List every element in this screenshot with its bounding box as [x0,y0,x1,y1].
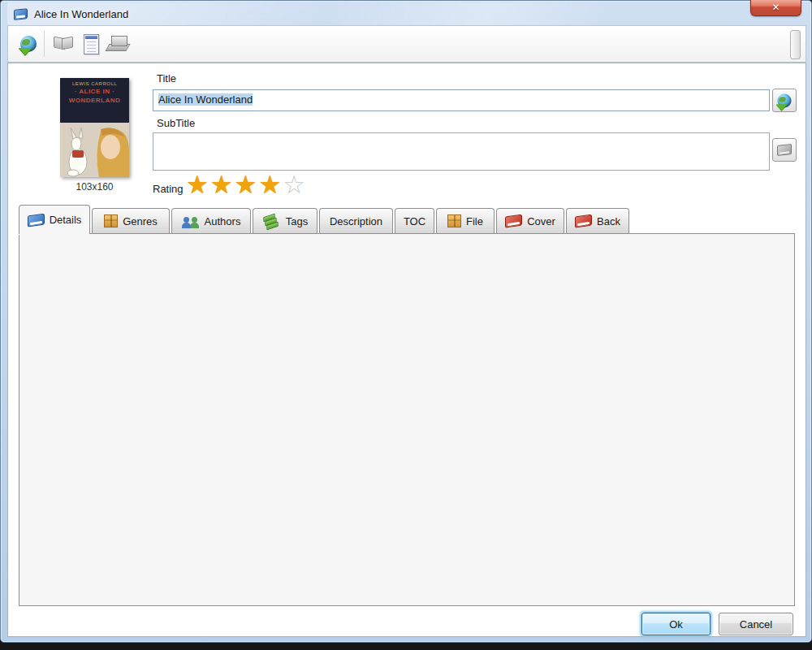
globe-download-icon [778,93,792,107]
desktop: { "window": { "title": "Alice In Wonderl… [0,0,812,650]
tab-label: File [466,215,483,228]
tab-label: Back [597,215,620,228]
ok-button-label: Ok [669,618,683,630]
globe-download-icon [20,36,37,52]
people-icon [182,214,200,228]
star-icon[interactable]: ☆ [283,171,307,199]
title-input-value: Alice In Wonderland [158,93,253,106]
toolbar [7,25,806,63]
cover-illustration [60,123,129,177]
web-update-button[interactable] [15,31,41,57]
tab-label: Authors [205,215,241,228]
red-book-icon [505,214,522,228]
star-icon[interactable]: ★ [186,171,210,199]
tab-back[interactable]: Back [566,208,629,233]
toolbar-separator [44,31,45,57]
tab-authors[interactable]: Authors [171,208,251,233]
red-book-icon [575,214,592,228]
rating-label: Rating [153,183,184,195]
cancel-button[interactable]: Cancel [719,613,793,635]
book-stack-icon [107,37,128,51]
form-document-icon [84,34,99,54]
tab-details[interactable]: Details [19,205,90,234]
title-input[interactable]: Alice In Wonderland [153,89,770,111]
tab-tags[interactable]: Tags [253,208,317,233]
toolbar-grip[interactable] [790,30,801,59]
cover-author-text: LEWIS CARROLL [60,81,129,86]
package-icon [447,214,461,228]
blue-book-icon [28,213,45,227]
tab-file[interactable]: File [436,208,495,233]
app-window: Alice In Wonderland ✕ LEWIS CARROLL · AL… [0,0,812,643]
cover-title-line2: WONDERLAND [60,97,129,104]
window-title: Alice In Wonderland [34,8,128,20]
book-stack-button[interactable] [105,31,131,57]
titlebar[interactable]: Alice In Wonderland [7,2,806,25]
cover-size-label: 103x160 [60,181,129,193]
subtitle-book-button[interactable] [772,138,797,162]
tab-genres[interactable]: Genres [92,208,170,233]
tab-label: Tags [286,215,308,228]
details-form-button[interactable] [78,31,104,57]
tab-toc[interactable]: TOC [395,208,434,233]
tab-label: TOC [404,215,425,228]
tab-label: Details [50,214,82,226]
cancel-button-label: Cancel [740,618,772,630]
open-book-icon [53,37,74,50]
star-icon[interactable]: ★ [258,171,283,199]
open-book-button[interactable] [50,31,76,57]
title-web-search-button[interactable] [772,89,797,112]
cover-title-line1: · ALICE IN · [60,88,129,95]
star-icon[interactable]: ★ [235,171,259,199]
tab-cover[interactable]: Cover [496,208,564,233]
tab-description[interactable]: Description [319,208,393,233]
book-cover-thumbnail[interactable]: LEWIS CARROLL · ALICE IN · WONDERLAND [60,78,129,177]
rating-stars[interactable]: ★★★★☆ [186,170,307,200]
subtitle-input-value [153,133,769,138]
gray-book-icon [777,144,792,156]
close-button[interactable]: ✕ [750,0,801,16]
tab-label: Genres [123,215,158,228]
title-label: Title [157,72,176,84]
details-panel [19,233,795,606]
tags-icon [262,214,281,228]
book-app-icon [14,8,28,20]
subtitle-input[interactable] [153,132,770,171]
subtitle-label: SubTitle [157,117,195,129]
close-icon: ✕ [771,2,780,13]
star-icon[interactable]: ★ [210,171,235,199]
ok-button[interactable]: Ok [641,613,710,635]
package-icon [104,214,118,228]
tab-label: Cover [527,215,555,228]
tab-label: Description [330,215,382,228]
